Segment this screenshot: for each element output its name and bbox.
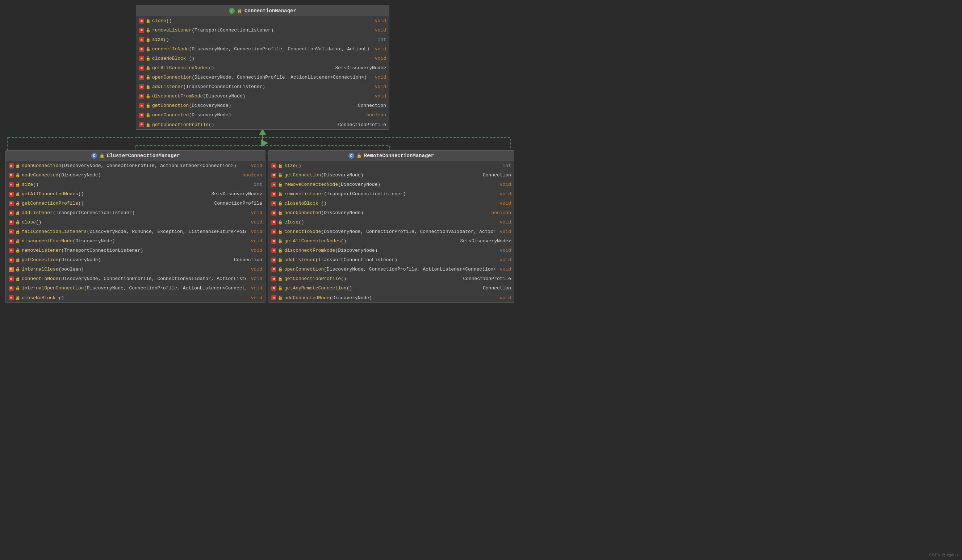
- rcm-method-close: m 🔒 close() void: [268, 218, 514, 227]
- method-return: void: [251, 229, 262, 234]
- method-return: void: [375, 56, 386, 61]
- interface-icon: i: [229, 8, 235, 14]
- method-name: nodeConnected(DiscoveryNode): [152, 112, 361, 118]
- method-lock-icon: 🔒: [145, 123, 151, 127]
- method-name: removeListener(TransportConnectionListen…: [284, 191, 495, 197]
- rcm-method-getAllConnectedNodes: m 🔒 getAllConnectedNodes() Set<Discovery…: [268, 237, 514, 246]
- method-return: void: [500, 201, 511, 206]
- ccm-method-closeNoBlock: m 🔒 closeNoBlock () void: [6, 293, 265, 302]
- connection-manager-title: ConnectionManager: [244, 8, 296, 14]
- ccm-method-size: m 🔒 size() int: [6, 180, 265, 189]
- method-return: void: [500, 182, 511, 187]
- cluster-connection-manager-class: C 🔒 ClusterConnectionManager m 🔒 openCon…: [5, 150, 265, 303]
- ccm-method-getAllConnectedNodes: m 🔒 getAllConnectedNodes() Set<Discovery…: [6, 189, 265, 199]
- method-lock-icon: 🔒: [145, 47, 151, 52]
- method-return: ConnectionProfile: [463, 276, 511, 281]
- watermark: CSDN @ kgduu: [930, 553, 958, 557]
- class-icon: C: [349, 153, 354, 159]
- diagram-container: i 🔒 ConnectionManager m 🔒 close() void m…: [0, 0, 962, 560]
- method-return: void: [251, 295, 262, 301]
- method-return: void: [500, 229, 511, 234]
- rcm-method-openConnection: m 🔒 openConnection(DiscoveryNode, Connec…: [268, 265, 514, 274]
- method-return: void: [251, 238, 262, 244]
- method-return: int: [254, 182, 262, 187]
- method-access-icon: m: [9, 276, 14, 281]
- method-name: connectToNode(DiscoveryNode, ConnectionP…: [284, 229, 495, 234]
- method-lock-icon: 🔒: [15, 173, 20, 178]
- method-nodeConnected: m 🔒 nodeConnected(DiscoveryNode) boolean: [136, 110, 389, 120]
- ccm-method-nodeConnected: m 🔒 nodeConnected(DiscoveryNode) boolean: [6, 171, 265, 180]
- method-access-icon: m: [9, 258, 14, 263]
- method-access-icon: m: [9, 267, 14, 272]
- method-lock-icon: 🔒: [145, 84, 151, 89]
- method-access-icon: m: [9, 229, 14, 234]
- method-name: failConnectionListeners(DiscoveryNode, R…: [22, 229, 246, 234]
- method-return: void: [251, 248, 262, 253]
- method-name: closeNoBlock (): [22, 295, 246, 301]
- lock-icon: 🔒: [99, 153, 105, 159]
- class-icon: C: [91, 153, 97, 159]
- ccm-method-getConnection: m 🔒 getConnection(DiscoveryNode) Connect…: [6, 255, 265, 265]
- method-access-icon: m: [271, 163, 276, 168]
- rcm-method-connectToNode: m 🔒 connectToNode(DiscoveryNode, Connect…: [268, 227, 514, 237]
- method-return: void: [500, 266, 511, 272]
- method-name: size(): [152, 37, 373, 42]
- method-return: Connection: [234, 257, 262, 263]
- ccm-method-getConnectionProfile: m 🔒 getConnectionProfile() ConnectionPro…: [6, 199, 265, 208]
- method-name: size(): [284, 163, 498, 168]
- method-return: void: [375, 18, 386, 24]
- method-access-icon: m: [139, 66, 144, 71]
- method-return: void: [500, 295, 511, 301]
- method-getConnectionProfile: m 🔒 getConnectionProfile() ConnectionPro…: [136, 120, 389, 129]
- method-access-icon: m: [271, 267, 276, 272]
- method-access-icon: m: [139, 47, 144, 52]
- method-lock-icon: 🔒: [145, 94, 151, 98]
- method-access-icon: m: [139, 28, 144, 33]
- method-access-icon: m: [271, 201, 276, 206]
- method-access-icon: m: [271, 192, 276, 197]
- method-size: m 🔒 size() int: [136, 35, 389, 45]
- method-access-icon: m: [9, 295, 14, 300]
- method-return: Set<DiscoveryNode>: [460, 238, 511, 244]
- method-access-icon: m: [9, 192, 14, 197]
- method-access-icon: m: [271, 220, 276, 225]
- method-lock-icon: 🔒: [15, 295, 20, 300]
- method-lock-icon: 🔒: [278, 276, 283, 281]
- method-lock-icon: 🔒: [278, 267, 283, 272]
- method-openConnection: m 🔒 openConnection(DiscoveryNode, Connec…: [136, 73, 389, 82]
- method-lock-icon: 🔒: [145, 75, 151, 80]
- method-return: void: [500, 248, 511, 253]
- method-return: Set<DiscoveryNode>: [336, 65, 386, 71]
- method-name: getConnectionProfile(): [152, 122, 333, 127]
- rcm-method-closeNoBlock: m 🔒 closeNoBlock () void: [268, 199, 514, 208]
- connection-manager-header: i 🔒 ConnectionManager: [136, 6, 389, 16]
- method-addListener: m 🔒 addListener(TransportConnectionListe…: [136, 82, 389, 92]
- method-name: getAnyRemoteConnection(): [284, 286, 478, 291]
- rcm-method-removeConnectedNode: m 🔒 removeConnectedNode(DiscoveryNode) v…: [268, 180, 514, 189]
- rcm-method-getAnyRemoteConnection: m 🔒 getAnyRemoteConnection() Connection: [268, 284, 514, 293]
- method-name: getAllConnectedNodes(): [152, 65, 330, 71]
- method-return: Set<DiscoveryNode>: [211, 191, 262, 197]
- rcm-method-disconnectFromNode: m 🔒 disconnectFromNode(DiscoveryNode) vo…: [268, 246, 514, 255]
- method-return: boolean: [491, 210, 511, 216]
- method-access-icon: m: [9, 248, 14, 253]
- method-name: openConnection(DiscoveryNode, Connection…: [152, 74, 370, 80]
- method-name: getConnectionProfile(): [22, 201, 209, 206]
- method-name: close(): [152, 18, 370, 24]
- method-lock-icon: 🔒: [15, 220, 20, 224]
- lock-icon: 🔒: [357, 153, 362, 159]
- method-return: ConnectionProfile: [338, 122, 386, 127]
- method-access-icon: m: [271, 229, 276, 234]
- method-name: removeConnectedNode(DiscoveryNode): [284, 182, 495, 187]
- cluster-connection-manager-header: C 🔒 ClusterConnectionManager: [6, 151, 265, 161]
- method-name: nodeConnected(DiscoveryNode): [22, 173, 237, 178]
- method-name: getConnectionProfile(): [284, 276, 458, 281]
- method-name: size(): [22, 182, 249, 187]
- method-access-icon: m: [271, 182, 276, 187]
- lock-icon: 🔒: [237, 8, 242, 14]
- method-name: getConnection(DiscoveryNode): [152, 103, 353, 108]
- method-lock-icon: 🔒: [15, 267, 20, 272]
- method-lock-icon: 🔒: [278, 258, 283, 262]
- method-return: void: [251, 276, 262, 281]
- method-return: Connection: [358, 103, 386, 108]
